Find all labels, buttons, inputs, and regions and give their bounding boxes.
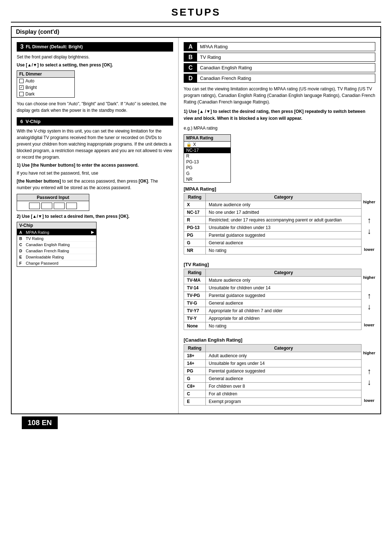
ce-18-rating: 18+ bbox=[184, 352, 206, 360]
tv-tvy7-category: Appropriate for all children 7 and older bbox=[206, 307, 362, 315]
vchip-menu-tv[interactable]: B TV Rating bbox=[17, 236, 96, 242]
mpaa-nc17-category: No one under 17 admitted bbox=[206, 209, 362, 216]
ce-pg-rating: PG bbox=[184, 367, 206, 375]
mpaa-nr-label: NR bbox=[186, 177, 192, 182]
rating-letter-c: C bbox=[184, 64, 197, 72]
vchip-menu-canadian-french[interactable]: D Canadian French Rating bbox=[17, 248, 96, 254]
mpaa-rating-box: MPAA Rating 🔒 X NC-17 R PG-13 PG G NR bbox=[184, 134, 231, 183]
mpaa-row-r[interactable]: R bbox=[184, 153, 230, 159]
pass-dash-3 bbox=[54, 203, 65, 209]
tv-tvg-rating: TV-G bbox=[184, 300, 206, 307]
ce-row-e: E Exempt program bbox=[184, 398, 362, 406]
right-column: A MPAA Rating B TV Rating C Canadian Eng… bbox=[179, 38, 380, 414]
tv-row-tv14: TV-14 Unsuitable for children under 14 bbox=[184, 284, 362, 292]
ce-lower-label: lower bbox=[364, 398, 375, 403]
vchip-description: With the V-chip system in this unit, you… bbox=[17, 128, 173, 160]
right-step-instruction: 1) Use [▲ /▼] to select the desired rati… bbox=[184, 108, 375, 122]
fl-auto-checkbox[interactable] bbox=[19, 79, 24, 83]
mpaa-row-g-data: G General audience bbox=[184, 239, 362, 247]
ce-c8-category: For children over 8 bbox=[206, 383, 362, 390]
ce-c-rating: C bbox=[184, 390, 206, 398]
mpaa-table-wrapper: Rating Category X Mature audience only N… bbox=[184, 193, 375, 258]
mpaa-header-category: Category bbox=[206, 194, 362, 201]
fl-dimmer-box: FL Dimmer Auto Bright Dark bbox=[17, 70, 75, 98]
tv-none-category: No rating bbox=[206, 322, 362, 330]
tv-row-tvma: TV-MA Mature audience only bbox=[184, 277, 362, 284]
ce-header-rating: Rating bbox=[184, 345, 206, 352]
pass-dash-2 bbox=[41, 203, 52, 209]
mpaa-row-g[interactable]: G bbox=[184, 171, 230, 176]
mpaa-row-pg[interactable]: PG bbox=[184, 165, 230, 171]
vchip-ce-label: Canadian English Rating bbox=[26, 243, 94, 247]
mpaa-example-label: e.g.) MPAA rating bbox=[184, 125, 375, 131]
right-instruction-bold: 1) Use [▲ /▼] to select the desired rati… bbox=[184, 109, 366, 121]
vchip-dl-label: Downloadable Rating bbox=[26, 255, 94, 259]
page-number: 108 EN bbox=[22, 416, 58, 429]
vchip-step2-title: 2) Use [▲/▼] to select a desired item, t… bbox=[17, 214, 173, 219]
tv-tvy-category: Appropriate for all children bbox=[206, 315, 362, 322]
vchip-menu-mpaa[interactable]: A MPAA Rating ▶ bbox=[17, 229, 96, 236]
mpaa-row-r-data: R Restricted; under 17 requires accompan… bbox=[184, 216, 362, 224]
ce-18-category: Adult audience only bbox=[206, 352, 362, 360]
mpaa-r-rating: R bbox=[184, 216, 206, 224]
step3-description: Set the front panel display brightness. bbox=[17, 54, 173, 60]
rating-letter-d: D bbox=[184, 74, 197, 82]
mpaa-nr-rating: NR bbox=[184, 247, 206, 254]
mpaa-row-x[interactable]: 🔒 X bbox=[184, 142, 230, 147]
vchip-menu-title: V-Chip bbox=[17, 222, 96, 229]
mpaa-row-nr[interactable]: NR bbox=[184, 176, 230, 182]
rating-label-d: Canadian French Rating bbox=[197, 74, 254, 82]
mpaa-x-label: X bbox=[193, 142, 196, 147]
rating-box-c: C Canadian English Rating bbox=[184, 63, 375, 72]
vchip-menu-canadian-english[interactable]: C Canadian English Rating bbox=[17, 242, 96, 248]
fl-bright-checkbox[interactable] bbox=[19, 85, 24, 90]
step3-header: 3 FL Dimmer (Default: Bright) bbox=[17, 42, 173, 52]
tv-up-arrow: ↑ bbox=[367, 291, 371, 301]
vchip-mpaa-label: MPAA Rating bbox=[26, 230, 90, 235]
mpaa-x-category: Mature audience only bbox=[206, 201, 362, 209]
step6-title: V-Chip bbox=[25, 119, 40, 124]
vchip-header: 6 V-Chip bbox=[17, 117, 173, 126]
mpaa-box-title: MPAA Rating bbox=[184, 135, 230, 142]
ce-e-category: Exempt program bbox=[206, 398, 362, 406]
fl-dark-label: Dark bbox=[25, 91, 34, 97]
tv-higher-label: higher bbox=[363, 275, 375, 280]
vchip-step1-title: 1) Use [the Number buttons] to enter the… bbox=[17, 163, 173, 168]
password-dashes-row bbox=[17, 201, 89, 211]
ce-14-rating: 14+ bbox=[184, 360, 206, 367]
mpaa-r-category: Restricted; under 17 requires accompanyi… bbox=[206, 216, 362, 224]
mpaa-row-pg13[interactable]: PG-13 bbox=[184, 159, 230, 165]
vchip-mpaa-arrow: ▶ bbox=[91, 230, 94, 235]
ce-table: Rating Category 18+ Adult audience only … bbox=[184, 344, 362, 406]
mpaa-row-x-data: X Mature audience only bbox=[184, 201, 362, 209]
tv-tv14-rating: TV-14 bbox=[184, 284, 206, 292]
ce-table-wrapper: Rating Category 18+ Adult audience only … bbox=[184, 344, 375, 409]
fl-dimmer-title: FL Dimmer bbox=[17, 71, 74, 78]
ce-row-c: C For all children bbox=[184, 390, 362, 398]
left-column: 3 FL Dimmer (Default: Bright) Set the fr… bbox=[12, 38, 179, 414]
mpaa-row-nc17[interactable]: NC-17 bbox=[184, 147, 230, 153]
rating-label-b: TV Rating bbox=[197, 53, 224, 61]
vchip-menu-password[interactable]: F Change Password bbox=[17, 260, 96, 266]
mpaa-pg13-label: PG-13 bbox=[186, 159, 199, 164]
fl-dark-checkbox[interactable] bbox=[19, 92, 24, 96]
tv-header-category: Category bbox=[206, 269, 362, 277]
right-description: You can set the viewing limitation accor… bbox=[184, 86, 375, 105]
tv-tv14-category: Unsuitable for children under 14 bbox=[206, 284, 362, 292]
mpaa-higher-label: higher bbox=[363, 200, 375, 204]
mpaa-pg13-category: Unsuitable for children under 13 bbox=[206, 224, 362, 232]
password-box-title: Password Input bbox=[17, 194, 89, 201]
page-title: SETUPS bbox=[11, 0, 381, 23]
tv-down-arrow: ↓ bbox=[367, 302, 371, 311]
step3-extra: You can choose one from "Auto", "Bright"… bbox=[17, 101, 173, 114]
fl-dimmer-bright-row[interactable]: Bright bbox=[17, 84, 74, 91]
step3-instruction: Use [▲/▼] to select a setting, then pres… bbox=[17, 62, 173, 68]
rating-box-b: B TV Rating bbox=[184, 53, 375, 62]
fl-dimmer-dark-row[interactable]: Dark bbox=[17, 91, 74, 97]
ce-e-rating: E bbox=[184, 398, 206, 406]
fl-dimmer-auto-row[interactable]: Auto bbox=[17, 78, 74, 84]
tv-row-tvpg: TV-PG Parental guidance suggested bbox=[184, 292, 362, 300]
mpaa-down-arrow: ↓ bbox=[367, 227, 371, 236]
vchip-menu-downloadable[interactable]: E Downloadable Rating bbox=[17, 254, 96, 260]
mpaa-g-category: General audience bbox=[206, 239, 362, 247]
